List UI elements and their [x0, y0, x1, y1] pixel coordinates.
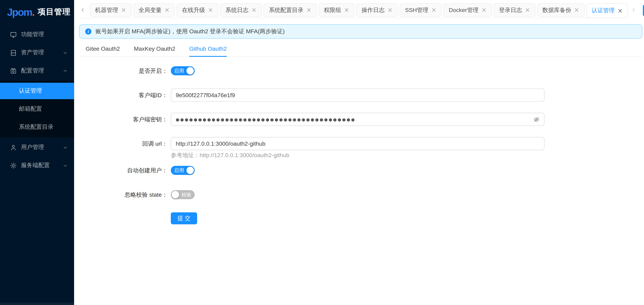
form-item-submit: 提 交 — [79, 212, 642, 224]
tabs-scroll-right-button[interactable] — [628, 3, 639, 17]
form-item-auto-create-user: 自动创建用户： 启用 — [79, 164, 642, 177]
page-tab-登录日志[interactable]: 登录日志× — [494, 3, 535, 17]
switch-on-text: 启用 — [174, 67, 184, 74]
auto-create-user-switch[interactable]: 启用 — [171, 166, 195, 175]
close-icon[interactable]: × — [574, 7, 579, 13]
client-id-label: 客户端ID： — [79, 88, 171, 102]
tab-label: 权限组 — [324, 6, 341, 14]
oauth-tab-gitee[interactable]: Gitee Oauth2 — [86, 42, 120, 56]
page-tab-机器管理[interactable]: 机器管理× — [90, 3, 132, 17]
tab-label: 机器管理 — [95, 6, 118, 14]
tab-label: SSH管理 — [405, 6, 428, 14]
sidebar-item-功能管理[interactable]: 功能管理 — [0, 26, 74, 43]
mfa-info-alert: i 账号如果开启 MFA(两步验证)，使用 Oauth2 登录不会验证 MFA(… — [79, 24, 642, 39]
ignore-state-switch[interactable]: 校验 — [171, 190, 195, 199]
menu-item-label: 认证管理 — [19, 87, 68, 95]
page-tab-Docker管理[interactable]: Docker管理× — [444, 3, 492, 17]
callback-url-hint: 参考地址：http://127.0.0.1:3000/oauth2-github — [171, 152, 642, 159]
sidebar-menu: 功能管理资产管理配置管理认证管理邮箱配置系统配置目录用户管理服务端配置 — [0, 24, 74, 302]
page-tab-系统日志[interactable]: 系统日志× — [220, 3, 262, 17]
switch-on-text: 启用 — [174, 167, 184, 174]
auto-create-user-label: 自动创建用户： — [79, 164, 171, 177]
page-tab-操作日志[interactable]: 操作日志× — [356, 3, 398, 17]
chevron-down-icon — [63, 145, 68, 150]
close-icon[interactable]: × — [164, 7, 170, 13]
sidebar: Jpom. 项目管理 功能管理资产管理配置管理认证管理邮箱配置系统配置目录用户管… — [0, 0, 74, 305]
form-item-enabled: 是否开启： 启用 — [79, 64, 642, 78]
content-area: i 账号如果开启 MFA(两步验证)，使用 Oauth2 登录不会验证 MFA(… — [74, 20, 644, 305]
gear-icon — [10, 162, 17, 169]
eye-invisible-icon[interactable] — [533, 116, 540, 122]
form-item-ignore-state: 忽略校验 state： 校验 — [79, 188, 642, 201]
menu-item-label: 功能管理 — [21, 31, 68, 38]
sidebar-subitem-系统配置目录[interactable]: 系统配置目录 — [0, 119, 74, 135]
close-icon[interactable]: × — [121, 7, 126, 13]
oauth-config-form: 是否开启： 启用 客户端ID： 客户端密钥： — [79, 57, 642, 224]
info-icon: i — [85, 28, 92, 35]
sidebar-bottom-strip — [0, 302, 74, 305]
form-item-client-secret: 客户端密钥： ●●●●●●●●●●●●●●●●●●●●●●●●●●●●●●●●●… — [79, 113, 642, 126]
enabled-label: 是否开启： — [79, 64, 171, 78]
sidebar-item-配置管理[interactable]: 配置管理 — [0, 62, 74, 79]
page-tab-系统配置目录[interactable]: 系统配置目录× — [264, 3, 317, 17]
close-icon[interactable]: × — [251, 7, 256, 13]
client-id-input[interactable] — [171, 88, 544, 102]
oauth-tab-maxkey[interactable]: MaxKey Oauth2 — [134, 42, 175, 56]
close-icon[interactable]: × — [388, 7, 393, 13]
submit-button[interactable]: 提 交 — [171, 212, 197, 224]
sidebar-subitem-邮箱配置[interactable]: 邮箱配置 — [0, 101, 74, 117]
tabs-scroll-left-button[interactable] — [78, 3, 88, 17]
ignore-state-label: 忽略校验 state： — [79, 188, 171, 201]
callback-url-input[interactable] — [171, 137, 544, 150]
enabled-switch[interactable]: 启用 — [171, 66, 195, 75]
tab-label: 数据库备份 — [542, 6, 571, 14]
close-icon[interactable]: × — [306, 7, 312, 13]
close-icon[interactable]: × — [208, 7, 213, 13]
main-column: 机器管理×全局变量×在线升级×系统日志×系统配置目录×权限组×操作日志×SSH管… — [74, 0, 644, 305]
client-secret-input[interactable]: ●●●●●●●●●●●●●●●●●●●●●●●●●●●●●●●●●●●●●●●● — [171, 113, 544, 126]
form-item-client-id: 客户端ID： — [79, 88, 642, 102]
menu-item-label: 系统配置目录 — [19, 124, 68, 131]
masked-password-text: ●●●●●●●●●●●●●●●●●●●●●●●●●●●●●●●●●●●●●●●● — [176, 117, 533, 122]
page-tab-认证管理[interactable]: 认证管理× — [586, 3, 628, 18]
chevron-down-icon — [63, 50, 68, 55]
menu-item-label: 资产管理 — [21, 49, 59, 56]
oauth-provider-tabs: Gitee Oauth2MaxKey Oauth2Github Oauth2 — [79, 42, 642, 57]
tab-label: 操作日志 — [362, 6, 384, 14]
close-icon[interactable]: × — [618, 8, 623, 14]
admin-dropdown-button[interactable]: 系统管理员 — [643, 4, 644, 16]
page-tab-全局变量[interactable]: 全局变量× — [133, 3, 175, 17]
save-icon — [10, 67, 17, 74]
sidebar-item-用户管理[interactable]: 用户管理 — [0, 139, 74, 156]
sidebar-submenu: 认证管理邮箱配置系统配置目录 — [0, 80, 74, 138]
sidebar-item-资产管理[interactable]: 资产管理 — [0, 44, 74, 61]
monitor-icon — [10, 31, 17, 38]
chevron-left-icon — [80, 6, 85, 14]
sidebar-item-服务端配置[interactable]: 服务端配置 — [0, 157, 74, 174]
page-tabs: 机器管理×全局变量×在线升级×系统日志×系统配置目录×权限组×操作日志×SSH管… — [90, 3, 628, 18]
close-icon[interactable]: × — [431, 7, 436, 13]
menu-item-label: 用户管理 — [21, 144, 59, 151]
close-icon[interactable]: × — [525, 7, 530, 13]
chevron-up-icon — [63, 68, 68, 73]
tab-label: 认证管理 — [592, 7, 614, 14]
admin-button-label: 系统管理员 — [643, 4, 644, 16]
sidebar-subitem-认证管理[interactable]: 认证管理 — [0, 83, 74, 99]
close-icon[interactable]: × — [344, 7, 349, 13]
chevron-down-icon — [63, 163, 68, 168]
user-icon — [10, 144, 17, 151]
oauth-tab-github[interactable]: Github Oauth2 — [189, 42, 227, 56]
alert-text: 账号如果开启 MFA(两步验证)，使用 Oauth2 登录不会验证 MFA(两步… — [96, 28, 285, 35]
switch-knob — [186, 166, 194, 174]
page-tab-权限组[interactable]: 权限组× — [318, 3, 354, 17]
menu-item-label: 服务端配置 — [21, 162, 59, 169]
page-tab-SSH管理[interactable]: SSH管理× — [400, 3, 442, 17]
logo-text: Jpom — [7, 6, 32, 18]
tab-label: 系统配置目录 — [269, 6, 304, 14]
page-tab-数据库备份[interactable]: 数据库备份× — [537, 3, 584, 17]
close-icon[interactable]: × — [482, 7, 487, 13]
callback-url-label: 回调 url： — [79, 137, 171, 150]
page-tab-在线升级[interactable]: 在线升级× — [176, 3, 218, 17]
logo-dot: . — [32, 6, 35, 18]
menu-item-label: 邮箱配置 — [19, 105, 68, 113]
